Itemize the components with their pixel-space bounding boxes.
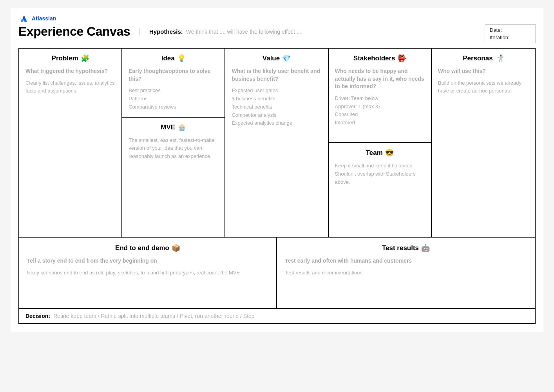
test-icon: 🤖 bbox=[421, 244, 430, 252]
problem-prompt: What triggered the hypothesis? bbox=[25, 67, 115, 75]
list-item: Competitor analysis bbox=[232, 111, 321, 120]
idea-top-cell: Idea 💡 Early thoughts/options to solve t… bbox=[122, 49, 224, 118]
problem-cell: Problem 🧩 What triggered the hypothesis?… bbox=[19, 49, 122, 237]
demo-cell: End to end demo 📦 Tell a story end to en… bbox=[19, 238, 277, 308]
test-prompt: Test early and often with humans and cus… bbox=[285, 257, 527, 265]
hypothesis-block: Hypothesis: We think that .... will have… bbox=[139, 28, 302, 35]
problem-title: Problem 🧩 bbox=[25, 54, 115, 63]
value-items: Expected user gains $ business benefits … bbox=[232, 87, 321, 127]
list-item: Approver: 1 (max 3) bbox=[335, 103, 425, 111]
value-cell: Value 💎 What is the likely user benefit … bbox=[225, 49, 328, 237]
canvas-top-row: Problem 🧩 What triggered the hypothesis?… bbox=[19, 49, 535, 238]
idea-col: Idea 💡 Early thoughts/options to solve t… bbox=[122, 49, 225, 237]
canvas-bottom-row: End to end demo 📦 Tell a story end to en… bbox=[19, 238, 535, 308]
demo-icon: 📦 bbox=[172, 244, 180, 252]
date-iteration-block: Date: Iteration: bbox=[485, 24, 536, 43]
team-icon: 😎 bbox=[385, 149, 394, 157]
stakeholders-title: Stakeholders 👺 bbox=[335, 54, 425, 63]
logo-text: Atlassian bbox=[32, 15, 56, 22]
stakeholders-col: Stakeholders 👺 Who needs to be happy and… bbox=[329, 49, 432, 237]
list-item: Expected user gains bbox=[232, 87, 321, 95]
page-title: Experience Canvas bbox=[18, 24, 130, 39]
list-item: Technical benefits bbox=[232, 103, 321, 111]
team-body: Keep it small and keep it balanced. Shou… bbox=[335, 162, 425, 186]
list-item: Informed bbox=[335, 119, 425, 127]
stakeholders-top-cell: Stakeholders 👺 Who needs to be happy and… bbox=[329, 49, 431, 143]
team-title: Team 😎 bbox=[335, 149, 425, 157]
idea-title: Idea 💡 bbox=[129, 54, 218, 63]
iteration-label: Iteration: bbox=[490, 34, 510, 40]
stakeholders-icon: 👺 bbox=[398, 54, 406, 63]
decision-label: Decision: bbox=[25, 313, 50, 319]
idea-items: Best practices Patterns Comparative revi… bbox=[129, 87, 218, 111]
test-cell: Test results 🤖 Test early and often with… bbox=[277, 238, 535, 308]
decision-text: Refine keep team / Refine split into mul… bbox=[53, 313, 255, 319]
value-title: Value 💎 bbox=[232, 54, 321, 63]
stakeholders-prompt: Who needs to be happy and actually has a… bbox=[335, 67, 425, 91]
page-wrapper: Atlassian Experience Canvas Hypothesis: … bbox=[11, 8, 543, 332]
list-item: Patterns bbox=[129, 95, 218, 103]
list-item: Consulted bbox=[335, 111, 425, 119]
list-item: Best practices bbox=[129, 87, 218, 95]
personas-title: Personas 🤺 bbox=[438, 54, 529, 63]
team-cell: Team 😎 Keep it small and keep it balance… bbox=[329, 143, 431, 237]
demo-body: 5 key scenarios end to end as role play,… bbox=[27, 269, 268, 277]
personas-prompt: Who will use this? bbox=[438, 67, 529, 75]
personas-icon: 🤺 bbox=[495, 54, 504, 63]
idea-prompt: Early thoughts/options to solve this? bbox=[129, 67, 218, 83]
date-label: Date: bbox=[490, 27, 502, 33]
personas-cell: Personas 🤺 Who will use this? Build on t… bbox=[432, 49, 535, 237]
hypothesis-text: We think that .... will have the followi… bbox=[186, 29, 303, 35]
demo-title: End to end demo 📦 bbox=[27, 244, 268, 252]
list-item: Driver: Team below bbox=[335, 94, 425, 103]
mve-title: MVE 🧁 bbox=[129, 123, 218, 132]
test-body: Test results and recommendations bbox=[285, 269, 527, 277]
demo-prompt: Tell a story end to end from the very be… bbox=[27, 257, 268, 265]
problem-icon: 🧩 bbox=[81, 54, 89, 63]
mve-cell: MVE 🧁 The smallest, easiest, fastest-to-… bbox=[122, 118, 224, 237]
idea-icon: 💡 bbox=[177, 54, 186, 63]
mve-icon: 🧁 bbox=[177, 123, 186, 132]
canvas: Problem 🧩 What triggered the hypothesis?… bbox=[18, 48, 536, 324]
value-prompt: What is the likely user benefit and busi… bbox=[232, 67, 321, 83]
personas-body: Build on the persona sets we already hav… bbox=[438, 79, 529, 96]
title-hypothesis-block: Experience Canvas Hypothesis: We think t… bbox=[18, 24, 485, 39]
top-section: Experience Canvas Hypothesis: We think t… bbox=[18, 24, 536, 43]
mve-body: The smallest, easiest, fastest-to-make v… bbox=[129, 136, 218, 161]
list-item: $ business benefits bbox=[232, 95, 321, 103]
atlassian-logo-icon bbox=[18, 14, 29, 23]
logo: Atlassian bbox=[18, 14, 536, 23]
list-item: Comparative reviews bbox=[129, 103, 218, 111]
stakeholders-items: Driver: Team below Approver: 1 (max 3) C… bbox=[335, 94, 425, 127]
decision-bar: Decision: Refine keep team / Refine spli… bbox=[19, 308, 535, 323]
test-title: Test results 🤖 bbox=[285, 244, 527, 252]
value-icon: 💎 bbox=[282, 54, 291, 63]
problem-body: Clearly list challenges, issues, analyti… bbox=[25, 79, 115, 96]
list-item: Expected analytics change bbox=[232, 119, 321, 127]
hypothesis-label: Hypothesis: bbox=[149, 28, 183, 35]
